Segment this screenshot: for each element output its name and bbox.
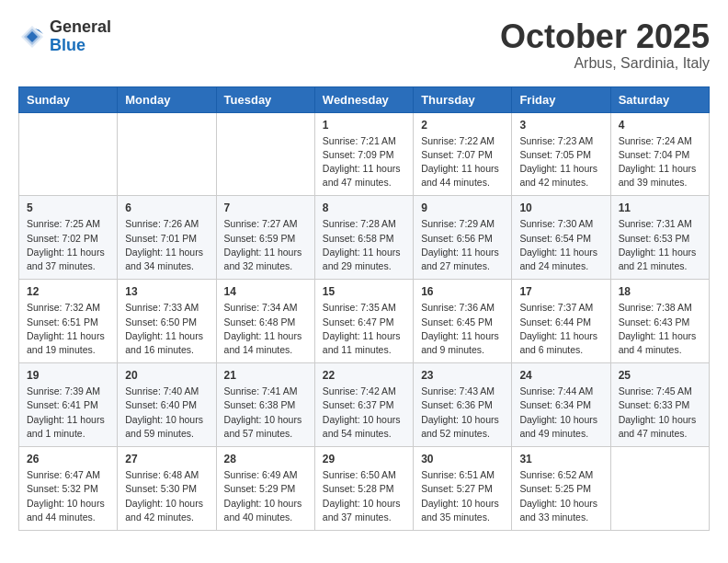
day-info: Sunrise: 7:40 AMSunset: 6:40 PMDaylight:… [125,385,208,441]
day-info: Sunrise: 7:36 AMSunset: 6:45 PMDaylight:… [421,301,504,357]
table-row: 23Sunrise: 7:43 AMSunset: 6:36 PMDayligh… [414,363,512,447]
calendar-header-row: Sunday Monday Tuesday Wednesday Thursday… [19,86,710,112]
table-row: 14Sunrise: 7:34 AMSunset: 6:48 PMDayligh… [216,280,314,363]
day-number: 21 [224,369,307,382]
table-row: 19Sunrise: 7:39 AMSunset: 6:41 PMDayligh… [19,363,118,447]
day-info: Sunrise: 7:30 AMSunset: 6:54 PMDaylight:… [519,217,602,273]
table-row [610,447,709,531]
day-number: 12 [27,285,109,298]
day-number: 19 [27,369,109,382]
table-row: 15Sunrise: 7:35 AMSunset: 6:47 PMDayligh… [314,280,413,363]
table-row: 30Sunrise: 6:51 AMSunset: 5:27 PMDayligh… [414,447,512,531]
logo-icon [18,23,46,51]
title-block: October 2025 Arbus, Sardinia, Italy [500,18,710,72]
logo-text: General Blue [50,18,111,55]
day-info: Sunrise: 6:50 AMSunset: 5:28 PMDaylight:… [323,468,405,524]
day-info: Sunrise: 6:52 AMSunset: 5:25 PMDaylight:… [519,468,602,524]
day-number: 9 [421,201,504,214]
day-number: 10 [519,201,602,214]
day-info: Sunrise: 6:47 AMSunset: 5:32 PMDaylight:… [27,468,109,524]
table-row: 28Sunrise: 6:49 AMSunset: 5:29 PMDayligh… [216,447,314,531]
day-info: Sunrise: 7:27 AMSunset: 6:59 PMDaylight:… [224,217,307,273]
day-info: Sunrise: 7:28 AMSunset: 6:58 PMDaylight:… [323,217,405,273]
day-info: Sunrise: 7:44 AMSunset: 6:34 PMDaylight:… [519,385,602,441]
table-row [216,112,314,196]
table-row: 24Sunrise: 7:44 AMSunset: 6:34 PMDayligh… [512,363,610,447]
day-info: Sunrise: 7:37 AMSunset: 6:44 PMDaylight:… [519,301,602,357]
day-number: 26 [27,453,109,465]
table-row: 31Sunrise: 6:52 AMSunset: 5:25 PMDayligh… [512,447,610,531]
table-row: 26Sunrise: 6:47 AMSunset: 5:32 PMDayligh… [19,447,118,531]
day-info: Sunrise: 7:42 AMSunset: 6:37 PMDaylight:… [323,385,405,441]
day-number: 28 [224,453,307,465]
table-row: 13Sunrise: 7:33 AMSunset: 6:50 PMDayligh… [118,280,216,363]
day-info: Sunrise: 7:23 AMSunset: 7:05 PMDaylight:… [519,134,602,190]
page-header: General Blue October 2025 Arbus, Sardini… [18,18,710,72]
calendar-week-4: 19Sunrise: 7:39 AMSunset: 6:41 PMDayligh… [19,363,710,447]
day-info: Sunrise: 7:25 AMSunset: 7:02 PMDaylight:… [27,217,109,273]
table-row: 2Sunrise: 7:22 AMSunset: 7:07 PMDaylight… [414,112,512,196]
day-number: 13 [125,285,208,298]
day-info: Sunrise: 7:32 AMSunset: 6:51 PMDaylight:… [27,301,109,357]
table-row: 27Sunrise: 6:48 AMSunset: 5:30 PMDayligh… [118,447,216,531]
day-number: 8 [323,201,405,214]
month-title: October 2025 [500,18,710,55]
day-info: Sunrise: 7:38 AMSunset: 6:43 PMDaylight:… [619,301,701,357]
table-row: 11Sunrise: 7:31 AMSunset: 6:53 PMDayligh… [610,196,709,280]
table-row: 9Sunrise: 7:29 AMSunset: 6:56 PMDaylight… [414,196,512,280]
calendar-week-2: 5Sunrise: 7:25 AMSunset: 7:02 PMDaylight… [19,196,710,280]
day-number: 3 [519,119,602,132]
day-number: 16 [421,285,504,298]
calendar-week-3: 12Sunrise: 7:32 AMSunset: 6:51 PMDayligh… [19,280,710,363]
day-number: 2 [421,119,504,132]
header-sunday: Sunday [19,86,118,112]
day-info: Sunrise: 7:24 AMSunset: 7:04 PMDaylight:… [619,134,701,190]
header-saturday: Saturday [610,86,709,112]
day-info: Sunrise: 7:26 AMSunset: 7:01 PMDaylight:… [125,217,208,273]
day-info: Sunrise: 6:48 AMSunset: 5:30 PMDaylight:… [125,468,208,524]
table-row: 18Sunrise: 7:38 AMSunset: 6:43 PMDayligh… [610,280,709,363]
table-row: 4Sunrise: 7:24 AMSunset: 7:04 PMDaylight… [610,112,709,196]
day-number: 17 [519,285,602,298]
table-row: 29Sunrise: 6:50 AMSunset: 5:28 PMDayligh… [314,447,413,531]
day-info: Sunrise: 7:34 AMSunset: 6:48 PMDaylight:… [224,301,307,357]
table-row [19,112,118,196]
day-info: Sunrise: 6:51 AMSunset: 5:27 PMDaylight:… [421,468,504,524]
table-row: 6Sunrise: 7:26 AMSunset: 7:01 PMDaylight… [118,196,216,280]
header-friday: Friday [512,86,610,112]
header-thursday: Thursday [414,86,512,112]
logo-blue: Blue [50,37,111,55]
day-number: 5 [27,201,109,214]
day-number: 15 [323,285,405,298]
day-number: 14 [224,285,307,298]
table-row: 8Sunrise: 7:28 AMSunset: 6:58 PMDaylight… [314,196,413,280]
table-row: 10Sunrise: 7:30 AMSunset: 6:54 PMDayligh… [512,196,610,280]
logo: General Blue [18,18,111,55]
table-row: 3Sunrise: 7:23 AMSunset: 7:05 PMDaylight… [512,112,610,196]
day-info: Sunrise: 7:33 AMSunset: 6:50 PMDaylight:… [125,301,208,357]
day-info: Sunrise: 7:35 AMSunset: 6:47 PMDaylight:… [323,301,405,357]
table-row: 7Sunrise: 7:27 AMSunset: 6:59 PMDaylight… [216,196,314,280]
day-info: Sunrise: 7:43 AMSunset: 6:36 PMDaylight:… [421,385,504,441]
day-number: 25 [619,369,701,382]
day-info: Sunrise: 7:39 AMSunset: 6:41 PMDaylight:… [27,385,109,441]
day-number: 7 [224,201,307,214]
header-tuesday: Tuesday [216,86,314,112]
day-number: 29 [323,453,405,465]
location-title: Arbus, Sardinia, Italy [500,55,710,72]
day-number: 31 [519,453,602,465]
day-number: 24 [519,369,602,382]
table-row: 21Sunrise: 7:41 AMSunset: 6:38 PMDayligh… [216,363,314,447]
day-number: 27 [125,453,208,465]
table-row: 1Sunrise: 7:21 AMSunset: 7:09 PMDaylight… [314,112,413,196]
table-row: 5Sunrise: 7:25 AMSunset: 7:02 PMDaylight… [19,196,118,280]
day-info: Sunrise: 7:22 AMSunset: 7:07 PMDaylight:… [421,134,504,190]
day-number: 23 [421,369,504,382]
table-row: 16Sunrise: 7:36 AMSunset: 6:45 PMDayligh… [414,280,512,363]
table-row: 17Sunrise: 7:37 AMSunset: 6:44 PMDayligh… [512,280,610,363]
table-row: 20Sunrise: 7:40 AMSunset: 6:40 PMDayligh… [118,363,216,447]
table-row [118,112,216,196]
header-wednesday: Wednesday [314,86,413,112]
calendar-table: Sunday Monday Tuesday Wednesday Thursday… [18,86,710,531]
logo-general: General [50,18,111,37]
